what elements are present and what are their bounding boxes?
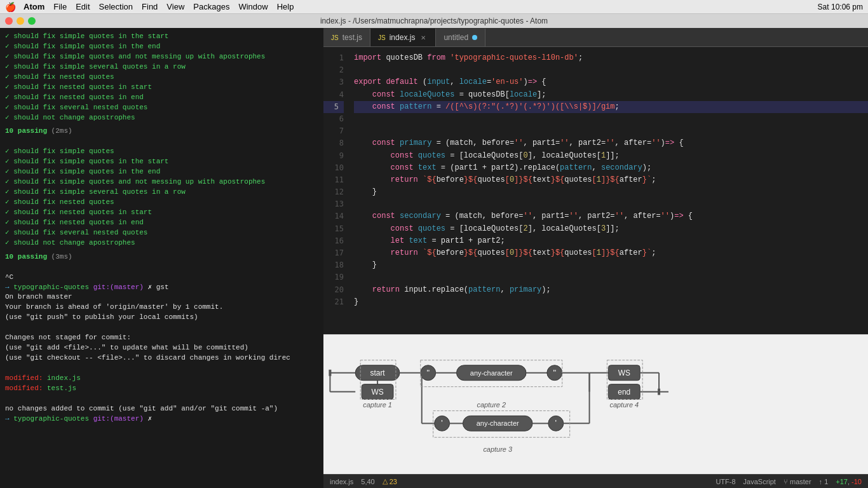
diff-positive: +17 [836,478,848,485]
ctrl-c: ^C [5,273,318,283]
git-prompt-2: → typographic-quotes git:(master) ✗ [5,414,318,424]
svg-rect-3 [329,370,331,376]
test-line: ✓ should fix simple quotes and not messi… [5,52,318,62]
git-add-hint: (use "git add <file>..." to update what … [5,343,318,353]
svg-rect-26 [658,389,660,395]
test-line: ✓ should fix nested quotes [5,72,318,83]
traffic-lights [5,17,36,25]
svg-text:end: end [618,388,630,396]
terminal-content: ✓ should fix simple quotes in the start … [0,28,323,488]
status-ahead: ↑ 1 [819,478,829,485]
tab-label-index: index.js [390,33,416,42]
svg-text:any-character: any-character [470,369,513,377]
test-line: ✓ should fix several nested quotes [5,103,318,113]
tab-test-js[interactable]: JS test.js [323,29,370,46]
status-encoding: UTF-8 [715,478,735,485]
tab-bar: JS test.js JS index.js ✕ untitled [323,28,868,47]
menu-atom[interactable]: Atom [24,2,44,11]
tab-close-index[interactable]: ✕ [419,33,428,42]
menu-window[interactable]: Window [238,2,268,11]
test-line: ✓ should fix simple several quotes in a … [5,62,318,72]
svg-text:WS: WS [618,369,630,377]
svg-text:start: start [370,369,385,377]
svg-text:capture 4: capture 4 [609,401,639,409]
menu-bar-time: Sat 10:06 pm [818,3,863,11]
test-line: ✓ should fix simple quotes in the start [5,32,318,42]
spacer [5,394,318,404]
menu-selection[interactable]: Selection [99,2,133,11]
svg-text:": " [553,368,556,377]
code-text[interactable]: import quotesDB from 'typographic-quotes… [349,47,868,334]
spacer [5,363,318,374]
svg-text:any-character: any-character [477,419,519,427]
menu-view[interactable]: View [166,2,184,11]
test-line: ✓ should fix simple several quotes in a … [5,187,318,198]
status-bar: index.js 5,40 △ 23 UTF-8 JavaScript ⑂ ma… [323,474,868,488]
close-button[interactable] [5,17,13,25]
minimize-button[interactable] [17,17,24,25]
menu-file[interactable]: File [53,2,67,11]
git-branch-info: On branch master [5,292,318,302]
line-numbers: 1234 5 678910 1112131415 161718192021 [323,47,349,334]
test-line: ✓ should fix nested quotes in start [5,208,318,218]
test-line: ✓ should fix simple quotes and not messi… [5,177,318,187]
git-modified-2: modified: test.js [5,384,318,394]
test-line: ✓ should fix nested quotes in end [5,218,318,228]
editor-with-diagram: 1234 5 678910 1112131415 161718192021 im… [323,47,868,474]
spacer [5,137,318,147]
status-right: UTF-8 JavaScript ⑂ master ↑ 1 +17, -10 [715,478,862,485]
test-line: ✓ should fix nested quotes [5,198,318,208]
code-editor[interactable]: 1234 5 678910 1112131415 161718192021 im… [323,47,868,334]
vcs-branch: master [790,478,811,485]
vcs-icon: ⑂ [783,478,788,485]
test-line: ✓ should not change apostrophes [5,238,318,248]
status-warnings: △ 23 [383,477,397,485]
git-no-changes: no changes added to commit (use "git add… [5,404,318,414]
status-vcs: ⑂ master [783,478,811,485]
svg-text:capture 2: capture 2 [477,401,506,409]
diagram-svg: start " any-character [323,335,868,474]
svg-text:capture 1: capture 1 [363,401,392,409]
window-title: index.js - /Users/matmuchrapna/projects/… [320,17,548,25]
menu-edit[interactable]: Edit [76,2,90,11]
svg-text:": " [426,368,430,377]
svg-text:capture 3: capture 3 [483,445,512,453]
status-left: index.js 5,40 △ 23 [330,477,397,485]
test-line: ✓ should fix simple quotes in the end [5,167,318,177]
test-line: ✓ should fix nested quotes in end [5,93,318,103]
terminal-panel[interactable]: ✓ should fix simple quotes in the start … [0,28,323,488]
js-icon: JS [378,34,386,41]
spacer [5,262,318,273]
apple-menu[interactable]: 🍎 [5,2,16,12]
editor-panel: JS test.js JS index.js ✕ untitled 1234 5… [323,28,868,488]
menu-find[interactable]: Find [142,2,158,11]
test-line: ✓ should fix simple quotes in the start [5,157,318,167]
passing-2: 10 passing (3ms) [5,252,318,262]
test-line: ✓ should fix nested quotes in start [5,83,318,93]
tab-index-js[interactable]: JS index.js ✕ [370,29,436,46]
status-file: index.js [330,478,353,485]
git-checkout-hint: (use "git checkout -- <file>..." to disc… [5,353,318,363]
passing-1: 10 passing (2ms) [5,126,318,137]
main-container: ✓ should fix simple quotes in the start … [0,28,868,488]
menu-help[interactable]: Help [277,2,294,11]
tab-untitled[interactable]: untitled [436,29,485,46]
menu-bar: 🍎 Atom File Edit Selection Find View Pac… [0,0,868,14]
warning-count: 23 [390,478,397,485]
maximize-button[interactable] [28,17,36,25]
test-line: ✓ should fix simple quotes [5,147,318,157]
test-line: ✓ should not change apostrophes [5,113,318,123]
tab-label-untitled: untitled [444,33,468,42]
diff-negative: -10 [851,478,862,485]
svg-text:WS: WS [371,388,383,396]
tab-label-test: test.js [342,33,362,42]
spacer [5,323,318,333]
git-modified-1: modified: index.js [5,374,318,384]
git-push-hint: (use "git push" to publish your local co… [5,313,318,323]
status-language: JavaScript [743,478,776,485]
menu-packages[interactable]: Packages [193,2,229,11]
svg-text:': ' [441,418,442,428]
status-diff: +17, -10 [836,478,862,485]
menu-bar-right: Sat 10:06 pm [818,3,863,11]
test-line: ✓ should fix several nested quotes [5,228,318,238]
